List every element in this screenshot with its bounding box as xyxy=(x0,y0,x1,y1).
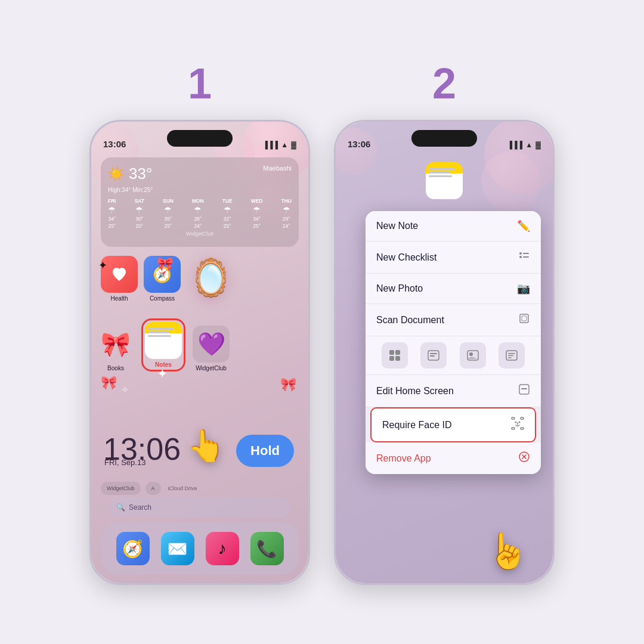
phone-2-bg: 13:06 ▐▐▐ ▲ ▓ xyxy=(336,122,553,583)
health-label: Health xyxy=(111,295,128,302)
dock-compass[interactable]: 🧭 xyxy=(116,532,150,565)
bow-deco-1: ✦ xyxy=(98,259,107,272)
step-2-number: 2 xyxy=(432,59,456,108)
svg-point-0 xyxy=(519,252,522,255)
svg-rect-20 xyxy=(521,388,527,389)
svg-rect-3 xyxy=(523,256,529,258)
sparkle-2: ✦ xyxy=(157,366,168,382)
notes-line-p2-1 xyxy=(429,168,455,170)
edit-home-label: Edit Home Screen xyxy=(376,386,454,397)
svg-rect-9 xyxy=(395,356,400,361)
notes-icon-p2 xyxy=(426,162,463,199)
share-icon-grid[interactable] xyxy=(382,342,408,369)
bow-deco-app: 🎀 xyxy=(101,330,131,358)
new-checklist-label: New Checklist xyxy=(376,252,436,263)
svg-rect-7 xyxy=(395,350,400,355)
compass-label: Compass xyxy=(150,295,175,302)
dynamic-island-1 xyxy=(167,130,233,147)
new-checklist-icon xyxy=(518,250,530,265)
wifi-icon: ▲ xyxy=(281,141,288,149)
new-note-label: New Note xyxy=(376,221,418,231)
search-bar[interactable]: 🔍 Search xyxy=(109,497,290,518)
hand-icon: 👆 xyxy=(187,428,225,463)
bow-icon-1: 🎀 xyxy=(157,256,173,271)
svg-rect-23 xyxy=(512,428,515,429)
sparkle-icon-2: ✦ xyxy=(157,366,168,381)
time-1: 13:06 xyxy=(103,139,126,149)
svg-point-25 xyxy=(515,422,517,423)
menu-new-note[interactable]: New Note ✏️ xyxy=(366,211,541,242)
phone-1: 13:06 ▐▐▐ ▲ ▓ Maebashi ☀️ 33° xyxy=(89,120,310,585)
menu-new-photo[interactable]: New Photo 📷 xyxy=(366,274,541,304)
dock-music[interactable]: ♪ xyxy=(206,532,239,565)
menu-scan-document[interactable]: Scan Document xyxy=(366,304,541,336)
signal-icon: ▐▐▐ xyxy=(263,141,278,149)
widgetclub-app[interactable]: 💜 WidgetClub xyxy=(193,326,230,371)
phone-2: 13:06 ▐▐▐ ▲ ▓ xyxy=(334,120,555,585)
svg-rect-8 xyxy=(389,356,394,361)
svg-point-14 xyxy=(469,352,473,356)
menu-edit-home[interactable]: Edit Home Screen xyxy=(366,375,541,407)
sparkle-icon-1: ✦ xyxy=(98,259,107,271)
scan-doc-label: Scan Document xyxy=(376,315,444,326)
share-icon-card-3[interactable] xyxy=(499,342,525,369)
notes-app-p2 xyxy=(426,162,463,199)
svg-rect-12 xyxy=(430,355,435,357)
bow-deco-2: 🎀 xyxy=(157,256,173,272)
weather-desc: High:34° Min:25° xyxy=(108,187,292,193)
widget-club-label-1: WidgetClub xyxy=(108,231,292,237)
dock-mail[interactable]: ✉️ xyxy=(161,532,194,565)
new-photo-icon: 📷 xyxy=(517,282,530,295)
svg-rect-6 xyxy=(389,350,394,355)
main-container: 1 13:06 ▐▐▐ xyxy=(0,0,644,644)
signal-icon-2: ▐▐▐ xyxy=(507,141,523,149)
step-2-section: 2 13:06 ▐▐▐ ▲ xyxy=(334,59,555,585)
scan-doc-icon xyxy=(518,312,530,327)
weather-day-thu: THU ☂ 29° 24° xyxy=(281,198,291,229)
notes-line-p2-2 xyxy=(429,172,450,174)
wifi-icon-2: ▲ xyxy=(525,141,532,149)
bow-row-2: 🎀 xyxy=(101,375,117,391)
notes-line-1 xyxy=(148,328,174,330)
dock-phone[interactable]: 📞 xyxy=(250,532,284,565)
svg-rect-18 xyxy=(508,357,512,358)
hold-button[interactable]: Hold xyxy=(236,435,294,467)
notes-line-2 xyxy=(148,332,169,333)
phone-1-bg: 13:06 ▐▐▐ ▲ ▓ Maebashi ☀️ 33° xyxy=(91,122,308,583)
notes-line-3 xyxy=(148,335,171,337)
svg-rect-16 xyxy=(508,353,515,354)
svg-rect-17 xyxy=(508,355,513,357)
share-icon-card-2[interactable] xyxy=(460,342,486,369)
bow-right: 🎀 xyxy=(280,377,296,392)
weather-city: Maebashi xyxy=(263,165,292,172)
menu-remove-app[interactable]: Remove App xyxy=(366,442,541,474)
weather-day-fri: FRI ☂ 34° 25° xyxy=(108,198,116,229)
heart-mirror-widget: 🪞 xyxy=(187,254,234,302)
books-app[interactable]: 🎀 Books xyxy=(97,326,134,371)
weather-day-sun: SUN ☂ 35° 25° xyxy=(163,198,174,229)
weather-widget: Maebashi ☀️ 33° High:34° Min:25° FRI ☂ 3… xyxy=(101,157,299,247)
notes-lines xyxy=(148,328,179,337)
context-menu: New Note ✏️ New Checklist xyxy=(366,211,541,474)
weather-day-tue: TUE ☂ 32° 25° xyxy=(222,198,233,229)
notes-line-p2-3 xyxy=(429,175,452,177)
bow-app-icon: 🎀 xyxy=(97,326,134,363)
search-icon: 🔍 xyxy=(116,503,125,512)
status-icons-1: ▐▐▐ ▲ ▓ xyxy=(263,141,296,149)
dynamic-island-2 xyxy=(411,130,477,147)
a-small: A xyxy=(145,482,161,495)
hand-icon-2: ☝️ xyxy=(486,531,529,571)
battery-icon: ▓ xyxy=(291,141,296,149)
widgetclub-small: WidgetClub xyxy=(101,482,141,495)
svg-point-2 xyxy=(519,256,522,258)
notes-icon xyxy=(145,322,182,359)
bottom-mini-row: WidgetClub A iCloud Drive xyxy=(101,482,299,495)
menu-require-face-id[interactable]: Require Face ID xyxy=(370,407,536,442)
notes-app[interactable]: Notes xyxy=(141,318,185,371)
menu-new-checklist[interactable]: New Checklist xyxy=(366,242,541,274)
widgetclub-icon: 💜 xyxy=(193,326,230,363)
share-icon-card-1[interactable] xyxy=(420,342,447,369)
svg-rect-4 xyxy=(520,314,528,323)
new-photo-label: New Photo xyxy=(376,283,423,294)
books-label: Books xyxy=(107,365,124,371)
